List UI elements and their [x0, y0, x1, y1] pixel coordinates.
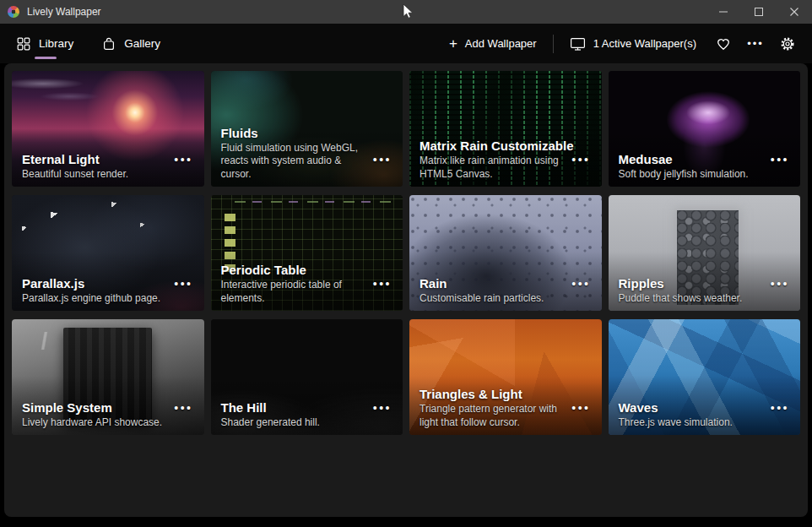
card-title: The Hill: [221, 400, 368, 415]
card-description: Customisable rain particles.: [420, 292, 566, 305]
card-meta: Parallax.js Parallax.js engine github pa…: [22, 276, 169, 305]
wallpaper-card[interactable]: Eternal Light Beautiful sunset render. •…: [12, 71, 204, 187]
card-meta: Matrix Rain Customizable Matrix like rai…: [420, 139, 566, 181]
more-options-button[interactable]: •••: [739, 30, 771, 58]
plus-icon: +: [449, 36, 457, 51]
card-title: Matrix Rain Customizable: [420, 139, 566, 153]
active-wallpaper-status-button[interactable]: 1 Active Wallpaper(s): [559, 30, 707, 58]
wallpaper-grid: Eternal Light Beautiful sunset render. •…: [4, 63, 808, 443]
card-meta: The Hill Shader generated hill.: [221, 400, 368, 429]
minimize-button[interactable]: [706, 0, 741, 24]
titlebar: Lively Wallpaper: [0, 0, 812, 24]
card-title: Fluids: [221, 126, 368, 140]
card-more-options-button[interactable]: •••: [174, 153, 192, 166]
card-title: Rain: [420, 276, 566, 291]
card-title: Triangles & Light: [420, 387, 566, 401]
card-meta: Ripples Puddle that shows weather.: [619, 276, 766, 305]
card-more-options-button[interactable]: •••: [373, 401, 392, 415]
app-logo-icon: [8, 6, 19, 18]
wallpaper-card[interactable]: Waves Three.js wave simulation. •••: [609, 319, 801, 435]
card-description: Fluid simulation using WebGL, reacts wit…: [221, 142, 368, 181]
card-title: Eternal Light: [22, 152, 169, 166]
gear-icon: [780, 36, 795, 52]
wallpaper-card[interactable]: Matrix Rain Customizable Matrix like rai…: [409, 71, 602, 187]
card-meta: Medusae Soft body jellyfish simulation.: [619, 152, 766, 181]
app-title: Lively Wallpaper: [27, 6, 101, 18]
card-title: Medusae: [619, 152, 766, 166]
card-description: Matrix like rain animation using HTML5 C…: [420, 155, 566, 181]
card-more-options-button[interactable]: •••: [571, 401, 590, 415]
wallpaper-card[interactable]: The Hill Shader generated hill. •••: [211, 319, 403, 435]
wallpaper-card[interactable]: Rain Customisable rain particles. •••: [409, 195, 602, 311]
window-controls: [706, 0, 812, 24]
card-meta: Periodic Table Interactive periodic tabl…: [221, 263, 368, 305]
wallpaper-card[interactable]: Fluids Fluid simulation using WebGL, rea…: [211, 71, 403, 187]
monitor-icon: [570, 36, 586, 52]
maximize-icon: [755, 8, 763, 16]
tab-gallery[interactable]: Gallery: [99, 24, 164, 63]
content-panel: Eternal Light Beautiful sunset render. •…: [4, 63, 808, 517]
card-description: Beautiful sunset render.: [22, 168, 169, 181]
add-wallpaper-button[interactable]: + Add Wallpaper: [438, 30, 548, 58]
card-description: Interactive periodic table of elements.: [221, 279, 368, 305]
add-wallpaper-label: Add Wallpaper: [465, 37, 537, 50]
active-wallpaper-label: 1 Active Wallpaper(s): [593, 37, 696, 50]
settings-button[interactable]: [771, 30, 804, 58]
more-options-icon: •••: [747, 37, 764, 50]
card-meta: Rain Customisable rain particles.: [420, 276, 566, 305]
card-title: Simple System: [22, 400, 169, 415]
wallpaper-card[interactable]: Parallax.js Parallax.js engine github pa…: [12, 195, 204, 311]
minimize-icon: [719, 8, 728, 16]
card-description: Soft body jellyfish simulation.: [619, 168, 766, 181]
card-more-options-button[interactable]: •••: [771, 277, 789, 291]
card-description: Three.js wave simulation.: [619, 416, 766, 429]
card-more-options-button[interactable]: •••: [571, 153, 590, 166]
card-more-options-button[interactable]: •••: [571, 277, 590, 291]
wallpaper-card[interactable]: Medusae Soft body jellyfish simulation. …: [609, 71, 801, 187]
close-button[interactable]: [777, 0, 812, 24]
close-icon: [790, 8, 798, 16]
maximize-button[interactable]: [741, 0, 777, 24]
command-bar-actions: + Add Wallpaper 1 Active Wallpaper(s) ••…: [438, 30, 804, 58]
card-description: Triangle pattern generator with light th…: [420, 403, 566, 429]
card-more-options-button[interactable]: •••: [174, 401, 192, 415]
card-more-options-button[interactable]: •••: [771, 153, 789, 166]
card-more-options-button[interactable]: •••: [373, 153, 392, 166]
card-description: Shader generated hill.: [221, 416, 368, 429]
card-more-options-button[interactable]: •••: [771, 401, 789, 415]
card-meta: Eternal Light Beautiful sunset render.: [22, 152, 169, 181]
card-meta: Triangles & Light Triangle pattern gener…: [420, 387, 566, 429]
card-meta: Simple System Lively hardware API showca…: [22, 400, 169, 429]
wallpaper-card[interactable]: Ripples Puddle that shows weather. •••: [609, 195, 801, 311]
card-description: Puddle that shows weather.: [619, 292, 766, 305]
favorites-button[interactable]: [707, 30, 739, 58]
wallpaper-card[interactable]: Triangles & Light Triangle pattern gener…: [409, 319, 602, 435]
wallpaper-card[interactable]: Simple System Lively hardware API showca…: [12, 319, 204, 435]
card-title: Waves: [619, 400, 766, 415]
toolbar-divider: [553, 35, 554, 53]
card-title: Parallax.js: [22, 276, 169, 291]
card-title: Periodic Table: [221, 263, 368, 277]
card-more-options-button[interactable]: •••: [174, 277, 192, 291]
bag-icon: [102, 37, 116, 51]
grid-icon: [17, 37, 30, 51]
tab-gallery-label: Gallery: [124, 37, 160, 50]
tab-library-label: Library: [39, 37, 73, 50]
card-title: Ripples: [619, 276, 766, 291]
card-description: Parallax.js engine github page.: [22, 292, 169, 305]
wallpaper-card[interactable]: Periodic Table Interactive periodic tabl…: [211, 195, 403, 311]
tab-library[interactable]: Library: [14, 24, 77, 63]
card-description: Lively hardware API showcase.: [22, 416, 169, 429]
card-meta: Waves Three.js wave simulation.: [619, 400, 766, 429]
card-more-options-button[interactable]: •••: [373, 277, 392, 291]
command-bar: Library Gallery + Add Wallpaper 1 Active…: [0, 24, 812, 63]
heart-icon: [716, 36, 731, 52]
active-tab-underline: [35, 57, 57, 59]
card-meta: Fluids Fluid simulation using WebGL, rea…: [221, 126, 368, 181]
